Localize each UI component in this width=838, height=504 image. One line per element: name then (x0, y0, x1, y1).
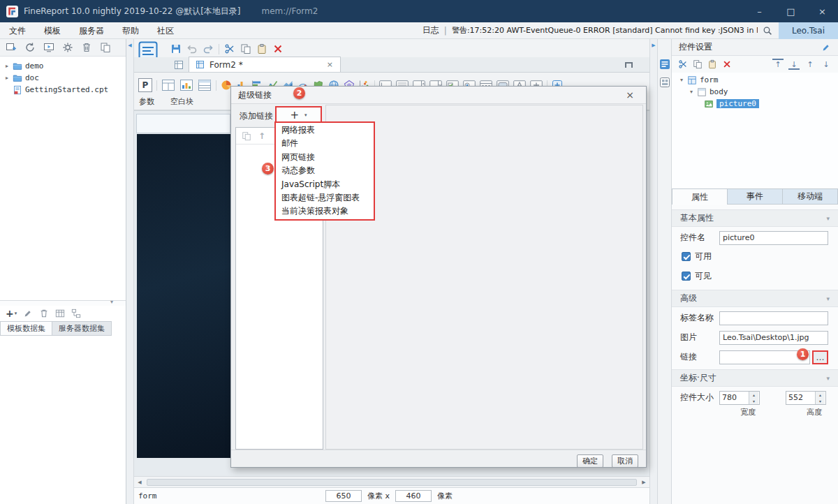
link-more-button[interactable]: … (812, 350, 828, 364)
log-label[interactable]: 日志 (422, 24, 439, 36)
preview-button[interactable] (43, 42, 54, 53)
close-button[interactable]: × (807, 0, 838, 22)
menu-item-web-link[interactable]: 网页链接 (276, 151, 374, 164)
menu-item-dynamic-params[interactable]: 动态参数 (276, 164, 374, 177)
move-down-button[interactable]: ↓ (821, 59, 832, 70)
width-spinner[interactable]: ▴ ▾ (719, 391, 760, 405)
cut-widget-button[interactable] (678, 59, 688, 69)
new-template-button[interactable] (6, 42, 17, 53)
widget-name-input[interactable] (719, 231, 828, 245)
menu-template[interactable]: 模板 (35, 22, 70, 39)
tab-events[interactable]: 事件 (728, 188, 783, 205)
minimize-button[interactable]: – (744, 0, 775, 22)
scroll-right-button[interactable]: ▶ (638, 480, 649, 485)
canvas-width-input[interactable] (325, 490, 362, 502)
redo-button[interactable] (203, 43, 214, 54)
cut-button[interactable] (224, 43, 235, 54)
section-coordinates-size[interactable]: 坐标·尺寸 ▾ (672, 369, 838, 387)
undo-button[interactable] (186, 43, 198, 54)
chevron-right-icon[interactable]: ▸ (4, 75, 10, 81)
scroll-left-button[interactable]: ◀ (134, 480, 145, 485)
copy-button[interactable] (240, 43, 251, 54)
er-diagram-button[interactable] (71, 309, 81, 318)
visible-checkbox-row[interactable]: 可见 (682, 270, 712, 281)
menu-item-chart-float-window[interactable]: 图表超链-悬浮窗图表 (276, 191, 374, 205)
maximize-button[interactable]: □ (775, 0, 807, 22)
paste-button[interactable] (256, 43, 267, 54)
layout-view-icon[interactable] (659, 77, 670, 88)
tab-template-datasets[interactable]: 模板数据集 (0, 321, 52, 336)
section-basic-properties[interactable]: 基本属性 ▾ (672, 209, 838, 227)
collapse-right-icon[interactable]: ▶ (650, 43, 657, 48)
tree-node-picture0[interactable]: picture0 (672, 98, 838, 110)
tab-overflow-icon[interactable] (625, 62, 633, 68)
menu-community[interactable]: 社区 (148, 22, 183, 39)
enabled-checkbox-row[interactable]: 可用 (682, 251, 712, 262)
copy-link-button[interactable] (242, 131, 251, 141)
move-link-up-button[interactable]: ↑ (258, 131, 265, 141)
tree-node-form[interactable]: ▾ form (672, 74, 838, 86)
image-path-input[interactable] (719, 331, 828, 345)
horizontal-scrollbar[interactable]: ◀ ▶ (134, 476, 649, 487)
menu-item-javascript[interactable]: JavaScript脚本 (276, 178, 374, 191)
paste-widget-button[interactable] (707, 59, 717, 69)
dataset-list[interactable] (0, 336, 126, 504)
tab-form2[interactable]: Form2 * × (189, 57, 341, 72)
blank-chart-block-icon[interactable] (179, 78, 193, 92)
width-input[interactable] (720, 392, 749, 404)
checkbox-checked-icon[interactable] (682, 252, 691, 261)
search-icon[interactable] (763, 26, 772, 36)
scrollbar-thumb[interactable] (147, 479, 637, 486)
collapse-left-ic on[interactable]: ◀ (126, 43, 133, 48)
left-panel-collapse-strip[interactable]: ◀ (126, 39, 134, 504)
menu-item-current-report-object[interactable]: 当前决策报表对象 (276, 205, 374, 218)
checkbox-checked-icon[interactable] (682, 272, 691, 281)
menu-help[interactable]: 帮助 (113, 22, 148, 39)
tree-item-demo[interactable]: ▸ demo (0, 60, 126, 72)
spinner-down-icon[interactable]: ▾ (816, 398, 825, 404)
delete-button[interactable] (272, 43, 284, 54)
menu-file[interactable]: 文件 (0, 22, 35, 39)
refresh-button[interactable] (24, 42, 36, 53)
tab-properties[interactable]: 属性 (672, 188, 728, 205)
widget-settings-view-icon[interactable] (659, 59, 670, 70)
move-to-bottom-button[interactable]: ↓ (788, 59, 800, 70)
menu-server[interactable]: 服务器 (70, 22, 113, 39)
tab-mobile[interactable]: 移动端 (783, 188, 838, 205)
height-spinner[interactable]: ▴ ▾ (786, 391, 826, 405)
copy-template-button[interactable] (100, 42, 111, 53)
form-header-area[interactable] (136, 114, 230, 133)
picture-widget-preview[interactable] (137, 134, 230, 458)
delete-dataset-button[interactable] (39, 309, 49, 318)
dialog-close-icon[interactable]: × (621, 89, 639, 101)
ok-button[interactable]: 确定 (577, 454, 603, 468)
copy-widget-button[interactable] (693, 59, 703, 69)
tab-close-icon[interactable]: × (327, 60, 333, 69)
parameter-pane-icon[interactable]: P (138, 78, 152, 92)
cancel-button[interactable]: 取消 (612, 454, 638, 468)
chevron-down-icon[interactable]: ▾ (689, 89, 694, 95)
add-dataset-button[interactable]: + ▾ (6, 309, 17, 318)
spinner-up-icon[interactable]: ▴ (816, 392, 825, 398)
save-button[interactable] (170, 43, 182, 54)
right-panel-collapse-strip[interactable]: ▶ (649, 39, 658, 504)
chevron-right-icon[interactable]: ▸ (4, 63, 10, 69)
menu-item-email[interactable]: 邮件 (276, 137, 374, 150)
menu-item-web-report[interactable]: 网络报表 (276, 124, 374, 137)
chevron-down-icon[interactable]: ▾ (679, 77, 684, 83)
canvas-height-input[interactable] (395, 490, 432, 502)
delete-template-button[interactable] (81, 42, 92, 53)
spinner-up-icon[interactable]: ▴ (749, 392, 758, 398)
tree-item-doc[interactable]: ▸ doc (0, 72, 126, 84)
tag-name-input[interactable] (719, 311, 828, 325)
report-block-icon[interactable] (198, 78, 212, 92)
edit-pencil-icon[interactable] (821, 43, 831, 52)
move-to-top-button[interactable]: ↑ (772, 59, 784, 70)
move-up-button[interactable]: ↑ (804, 59, 816, 70)
warning-message[interactable]: 警告:17:52:20 AWT-EventQueue-0 ERROR [stan… (452, 25, 758, 36)
tree-node-label-selected[interactable]: picture0 (716, 99, 759, 108)
user-account-button[interactable]: Leo.Tsai (779, 22, 838, 39)
tree-node-body[interactable]: ▾ body (672, 86, 838, 98)
panel-resize-handle[interactable]: ▾ (0, 300, 126, 306)
spinner-down-icon[interactable]: ▾ (749, 398, 758, 404)
